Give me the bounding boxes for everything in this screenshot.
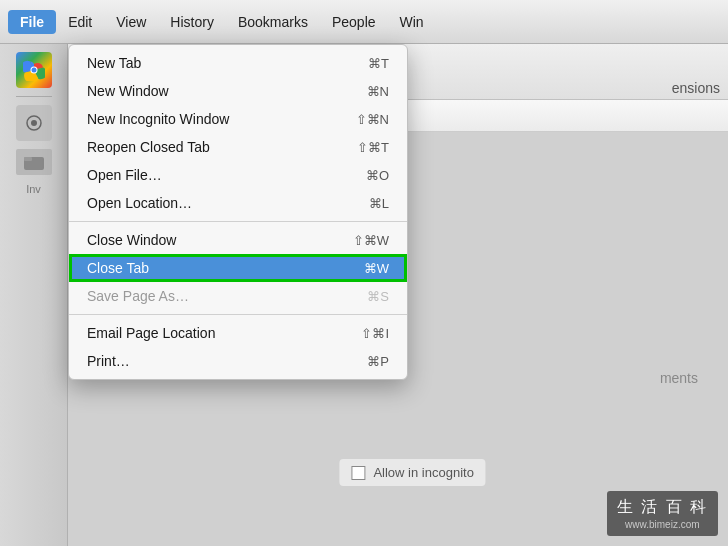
inv-label: Inv <box>26 183 41 195</box>
menu-new-tab[interactable]: New Tab ⌘T <box>69 49 407 77</box>
menu-close-tab[interactable]: Close Tab ⌘W <box>69 254 407 282</box>
menu-close-window[interactable]: Close Window ⇧⌘W <box>69 226 407 254</box>
watermark-cn-chars: 生 活 百 科 <box>617 497 708 518</box>
menu-separator-1 <box>69 221 407 222</box>
svg-rect-7 <box>24 157 32 161</box>
menu-view[interactable]: View <box>104 10 158 34</box>
menu-open-file[interactable]: Open File… ⌘O <box>69 161 407 189</box>
allow-incognito-row: Allow in incognito <box>339 459 485 486</box>
allow-incognito-checkbox[interactable] <box>351 466 365 480</box>
menu-people[interactable]: People <box>320 10 388 34</box>
watermark: 生 活 百 科 www.bimeiz.com <box>607 491 718 536</box>
folder-panel-icon <box>16 149 52 175</box>
menu-new-incognito-window[interactable]: New Incognito Window ⇧⌘N <box>69 105 407 133</box>
menu-email-page-location[interactable]: Email Page Location ⇧⌘I <box>69 319 407 347</box>
menu-edit[interactable]: Edit <box>56 10 104 34</box>
allow-incognito-label: Allow in incognito <box>373 465 473 480</box>
chrome-icon <box>16 52 52 88</box>
menu-reopen-closed-tab[interactable]: Reopen Closed Tab ⇧⌘T <box>69 133 407 161</box>
svg-point-3 <box>31 68 36 73</box>
file-dropdown-menu: New Tab ⌘T New Window ⌘N New Incognito W… <box>68 44 408 380</box>
menu-history[interactable]: History <box>158 10 226 34</box>
extensions-text: ensions <box>672 80 720 96</box>
menu-separator-2 <box>69 314 407 315</box>
svg-point-5 <box>31 120 37 126</box>
menu-open-location[interactable]: Open Location… ⌘L <box>69 189 407 217</box>
menu-new-window[interactable]: New Window ⌘N <box>69 77 407 105</box>
watermark-url: www.bimeiz.com <box>625 519 699 530</box>
menu-bar: File Edit View History Bookmarks People … <box>0 0 728 44</box>
menu-file[interactable]: File <box>8 10 56 34</box>
ments-bg-text: ments <box>660 370 698 386</box>
menu-print[interactable]: Print… ⌘P <box>69 347 407 375</box>
menu-save-page-as[interactable]: Save Page As… ⌘S <box>69 282 407 310</box>
left-panel: Inv <box>0 44 68 546</box>
settings-panel-icon <box>16 105 52 141</box>
menu-bookmarks[interactable]: Bookmarks <box>226 10 320 34</box>
menu-win[interactable]: Win <box>388 10 436 34</box>
